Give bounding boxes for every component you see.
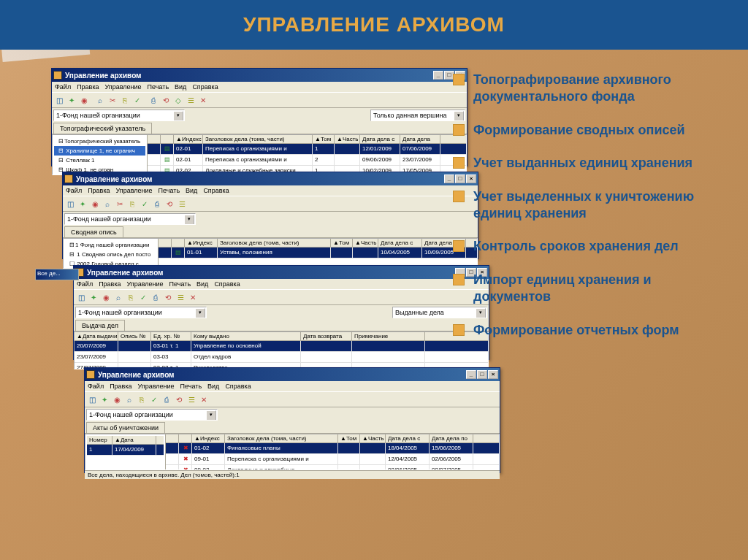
column-header[interactable]: ▲Часть (353, 239, 378, 247)
fund-combo[interactable]: 1-Фонд нашей организации (86, 409, 218, 421)
menu-help[interactable]: Справка (214, 280, 240, 288)
tool-icon[interactable]: ◉ (78, 94, 90, 106)
tool-icon[interactable]: ⎘ (126, 198, 138, 210)
acts-panel[interactable]: Номер ▲Дата 1 17/04/2009 (85, 434, 166, 469)
data-grid[interactable]: ▲ИндексЗаголовок дела (тома, части)▲Том▲… (148, 135, 466, 174)
tree-item[interactable]: ⊟1 Фонд нашей организации (65, 240, 156, 250)
menu-print[interactable]: Печать (169, 280, 191, 288)
maximize-button[interactable]: □ (477, 370, 487, 379)
filter-combo[interactable]: Выданные дела (392, 307, 487, 318)
minimize-button[interactable]: _ (433, 71, 443, 80)
column-header[interactable]: Примечание (352, 332, 425, 340)
close-button[interactable]: × (466, 174, 476, 183)
column-header[interactable]: Заголовок дела (тома, части) (203, 135, 313, 143)
menu-help[interactable]: Справка (225, 383, 251, 390)
column-header[interactable]: Дата дела с (360, 135, 400, 143)
tool-icon[interactable]: ◉ (100, 291, 112, 303)
tool-icon[interactable]: ✦ (66, 94, 77, 106)
column-header[interactable]: ▲Часть (335, 135, 360, 143)
column-header[interactable]: Дата дела по (430, 434, 473, 442)
tool-icon[interactable]: ◫ (53, 94, 65, 106)
tool-icon[interactable]: ✂ (114, 198, 126, 210)
tool-icon[interactable]: ☰ (176, 198, 188, 210)
tool-icon[interactable]: ⎘ (136, 394, 148, 405)
table-row[interactable]: 20/07/200903-01 т. 1Управление по основн… (75, 341, 488, 352)
column-header[interactable]: ▲Индекс (192, 434, 225, 442)
tool-icon[interactable]: ✂ (107, 94, 118, 106)
menu-edit[interactable]: Правка (99, 280, 121, 288)
menu-view[interactable]: Вид (196, 280, 208, 288)
column-header[interactable]: ▲Том (331, 239, 353, 247)
menu-file[interactable]: Файл (55, 83, 71, 91)
titlebar[interactable]: Управление архивом _ □ × (74, 266, 489, 279)
table-row[interactable]: ✖09-01Переписка с организациями и12/04/2… (166, 454, 499, 465)
data-grid[interactable]: ▲ИндексЗаголовок дела (тома, части)▲Том▲… (166, 434, 499, 469)
fund-combo[interactable]: 1-Фонд нашей организации (64, 213, 196, 225)
table-row[interactable]: 1 17/04/2009 (87, 445, 164, 456)
col-number[interactable]: Номер (87, 436, 112, 444)
menu-file[interactable]: Файл (66, 187, 82, 194)
table-row[interactable]: ▤02-01Переписка с организациями и209/06/… (148, 155, 466, 166)
tool-icon[interactable]: ✓ (137, 291, 149, 303)
column-header[interactable] (172, 239, 185, 247)
menu-edit[interactable]: Правка (77, 83, 99, 91)
table-row[interactable]: ▤02-01Переписка с организациями и112/01/… (148, 144, 466, 155)
column-header[interactable]: Заголовок дела (тома, части) (218, 239, 331, 247)
table-row[interactable]: 23/07/200903-03Отдел кадров (75, 352, 488, 363)
tool-icon[interactable]: ⟲ (160, 94, 172, 106)
col-date[interactable]: ▲Дата (112, 436, 156, 444)
column-header[interactable]: Дата дела с (378, 239, 422, 247)
tool-icon[interactable]: ⌕ (123, 394, 135, 405)
table-row[interactable]: ✖01-02Финансовые планы18/04/200515/06/20… (166, 443, 499, 454)
tree-item[interactable]: ⊟ 1 Сводная опись дел посто (65, 250, 156, 259)
menu-manage[interactable]: Управление (138, 383, 175, 390)
tool-icon[interactable]: ✓ (131, 94, 143, 106)
tool-icon[interactable]: ⟲ (164, 198, 175, 210)
column-header[interactable] (179, 434, 192, 442)
tool-icon[interactable]: ◉ (89, 198, 101, 210)
column-header[interactable]: ▲Индекс (174, 135, 203, 143)
menu-help[interactable]: Справка (203, 187, 229, 194)
column-header[interactable]: ▲Часть (360, 434, 386, 442)
tool-icon[interactable]: ✕ (187, 291, 199, 303)
titlebar[interactable]: Управление архивом _ □ × (52, 69, 467, 82)
menu-print[interactable]: Печать (159, 187, 180, 194)
tool-icon[interactable]: ✦ (77, 198, 88, 210)
filter-combo[interactable]: Только данная вершина (370, 110, 465, 121)
tool-icon[interactable]: ◇ (172, 94, 184, 106)
menu-view[interactable]: Вид (207, 383, 219, 390)
table-row[interactable]: ▤01-01Уставы, положения10/04/200510/09/2… (159, 248, 477, 258)
column-header[interactable]: Опись № (118, 332, 151, 340)
fund-combo[interactable]: 1-Фонд нашей организации (75, 307, 207, 318)
tool-icon[interactable]: ⎘ (125, 291, 137, 303)
minimize-button[interactable]: _ (444, 174, 454, 183)
tool-icon[interactable]: ✕ (197, 94, 209, 106)
tool-icon[interactable]: ✓ (139, 198, 150, 210)
column-header[interactable]: ▲Дата выдачи (75, 332, 118, 340)
tool-icon[interactable]: ✓ (148, 394, 160, 405)
tool-icon[interactable]: ☰ (185, 94, 196, 106)
tree-item[interactable]: ⊟ Хранилище 1, не огранич (54, 146, 145, 156)
menu-help[interactable]: Справка (192, 83, 218, 91)
column-header[interactable]: Дата дела (400, 135, 440, 143)
column-header[interactable] (159, 239, 172, 247)
menu-view[interactable]: Вид (186, 187, 197, 194)
tool-icon[interactable]: ⌕ (112, 291, 124, 303)
minimize-button[interactable]: _ (466, 370, 476, 379)
column-header[interactable]: ▲Том (338, 434, 360, 442)
titlebar[interactable]: Управление архивом _ □ × (63, 172, 478, 185)
menu-edit[interactable]: Правка (110, 383, 131, 390)
menu-manage[interactable]: Управление (127, 280, 164, 288)
data-grid[interactable]: ▲ИндексЗаголовок дела (тома, части)▲Том▲… (159, 239, 477, 268)
tool-icon[interactable]: ⌕ (94, 94, 106, 106)
tool-icon[interactable]: ◫ (64, 198, 76, 210)
column-header[interactable]: Кому выдано (191, 332, 301, 340)
tree-item[interactable]: ⊟Топографический указатель (54, 137, 145, 146)
column-header[interactable]: Ед. хр. № (151, 332, 191, 340)
tool-icon[interactable]: ⎙ (150, 291, 161, 303)
maximize-button[interactable]: □ (455, 174, 465, 183)
close-button[interactable]: × (488, 370, 498, 379)
column-header[interactable]: ▲Том (313, 135, 335, 143)
menu-edit[interactable]: Правка (88, 187, 110, 194)
tool-icon[interactable]: ✦ (88, 291, 99, 303)
